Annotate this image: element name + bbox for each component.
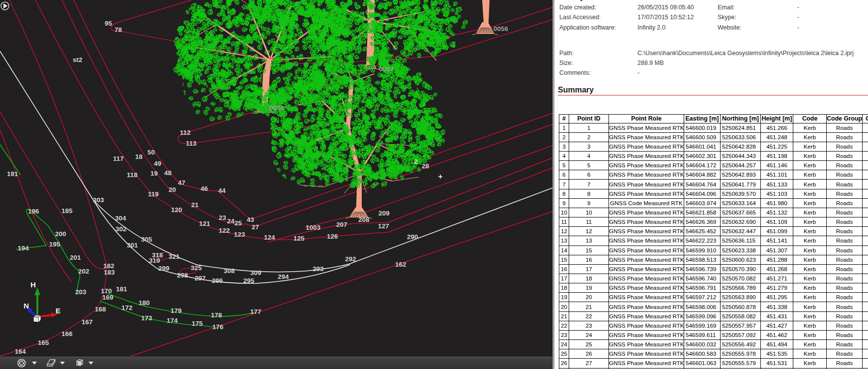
svg-text:181: 181 xyxy=(116,285,127,293)
svg-text:293: 293 xyxy=(313,265,324,273)
svg-text:117: 117 xyxy=(113,155,124,162)
svg-text:325: 325 xyxy=(191,264,202,272)
svg-text:95: 95 xyxy=(105,20,113,27)
svg-text:303: 303 xyxy=(93,196,104,204)
svg-text:78: 78 xyxy=(115,26,122,33)
svg-text:168: 168 xyxy=(95,306,106,313)
svg-text:124: 124 xyxy=(264,234,275,241)
svg-text:113: 113 xyxy=(186,140,197,147)
svg-text:st2: st2 xyxy=(73,56,83,63)
svg-text:296: 296 xyxy=(212,277,223,284)
svg-text:44: 44 xyxy=(218,187,226,194)
svg-text:319: 319 xyxy=(149,257,160,264)
svg-text:112: 112 xyxy=(180,129,191,136)
svg-text:178: 178 xyxy=(211,311,222,319)
svg-text:209: 209 xyxy=(378,210,390,217)
svg-text:302: 302 xyxy=(116,225,127,233)
svg-text:43: 43 xyxy=(247,216,255,223)
svg-text:308: 308 xyxy=(224,267,235,275)
svg-text:176: 176 xyxy=(212,323,224,331)
svg-text:165: 165 xyxy=(38,339,49,346)
svg-text:301: 301 xyxy=(127,242,138,249)
svg-text:298: 298 xyxy=(177,272,188,279)
svg-text:119: 119 xyxy=(148,190,159,198)
svg-text:169: 169 xyxy=(102,294,114,301)
svg-text:200: 200 xyxy=(55,230,66,238)
svg-text:304: 304 xyxy=(115,215,126,222)
svg-text:172: 172 xyxy=(121,304,133,311)
svg-text:175: 175 xyxy=(192,320,203,327)
svg-text:162: 162 xyxy=(395,261,406,268)
svg-text:28: 28 xyxy=(422,162,430,170)
svg-text:46: 46 xyxy=(201,185,208,192)
svg-text:201: 201 xyxy=(70,254,81,261)
svg-text:203: 203 xyxy=(75,288,87,296)
svg-text:0058: 0058 xyxy=(269,104,285,112)
svg-text:2: 2 xyxy=(414,158,418,165)
svg-text:297: 297 xyxy=(195,275,206,282)
svg-text:173: 173 xyxy=(141,314,152,322)
svg-text:47: 47 xyxy=(178,179,185,186)
svg-text:E: E xyxy=(56,307,60,315)
svg-text:295: 295 xyxy=(243,277,255,284)
svg-text:185: 185 xyxy=(61,207,73,215)
svg-text:49: 49 xyxy=(154,160,161,167)
svg-text:180: 180 xyxy=(139,299,150,307)
svg-text:0056: 0056 xyxy=(493,25,509,32)
svg-text:1003: 1003 xyxy=(306,224,321,231)
svg-text:191: 191 xyxy=(7,170,18,178)
svg-text:321: 321 xyxy=(169,253,180,260)
svg-text:292: 292 xyxy=(345,255,356,263)
svg-text:18: 18 xyxy=(135,153,143,160)
svg-text:305: 305 xyxy=(141,236,152,243)
svg-text:122: 122 xyxy=(219,227,230,234)
svg-text:309: 309 xyxy=(250,269,261,277)
svg-text:N: N xyxy=(24,302,29,310)
svg-text:20: 20 xyxy=(169,186,176,193)
svg-text:118: 118 xyxy=(127,171,138,179)
svg-text:177: 177 xyxy=(250,308,261,315)
svg-text:50: 50 xyxy=(147,149,155,156)
svg-text:290: 290 xyxy=(407,233,418,241)
svg-text:0057: 0057 xyxy=(379,65,394,73)
svg-text:195: 195 xyxy=(49,241,60,248)
svg-text:27: 27 xyxy=(252,223,259,231)
svg-text:299: 299 xyxy=(158,265,170,272)
svg-text:294: 294 xyxy=(278,273,289,280)
svg-text:123: 123 xyxy=(234,231,245,238)
svg-text:167: 167 xyxy=(82,318,93,326)
svg-text:H: H xyxy=(30,280,36,289)
svg-text:126: 126 xyxy=(327,233,338,240)
svg-text:179: 179 xyxy=(171,307,182,314)
svg-text:196: 196 xyxy=(28,208,39,215)
svg-text:25: 25 xyxy=(234,219,242,227)
svg-text:183: 183 xyxy=(104,269,115,276)
svg-text:127: 127 xyxy=(378,222,389,230)
svg-text:208: 208 xyxy=(358,216,370,223)
svg-text:23: 23 xyxy=(219,214,227,221)
svg-text:48: 48 xyxy=(164,169,172,177)
svg-text:194: 194 xyxy=(18,245,29,252)
svg-text:174: 174 xyxy=(167,317,178,324)
svg-text:166: 166 xyxy=(61,330,73,338)
svg-text:21: 21 xyxy=(191,201,199,209)
svg-text:19: 19 xyxy=(150,170,158,177)
svg-text:121: 121 xyxy=(199,220,210,227)
svg-text:125: 125 xyxy=(293,235,305,242)
svg-text:164: 164 xyxy=(15,348,26,355)
svg-text:120: 120 xyxy=(171,206,182,214)
svg-text:24: 24 xyxy=(227,217,235,225)
svg-text:207: 207 xyxy=(336,221,347,228)
svg-text:202: 202 xyxy=(78,268,89,275)
